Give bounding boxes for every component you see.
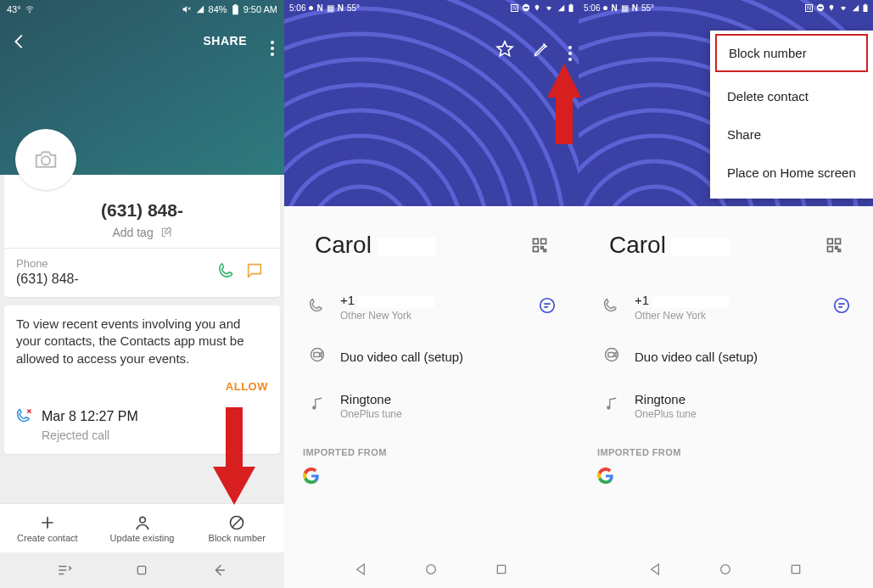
chat-icon — [245, 261, 264, 280]
qr-icon[interactable] — [531, 237, 548, 254]
location-icon — [534, 3, 540, 12]
nav-home-icon[interactable] — [135, 563, 148, 577]
nav-back-icon[interactable] — [212, 563, 227, 578]
signal-icon — [557, 4, 565, 12]
share-button[interactable]: SHARE — [203, 34, 247, 48]
svg-point-32 — [540, 299, 555, 313]
nav-recents-icon[interactable] — [57, 563, 72, 578]
allow-button[interactable]: ALLOW — [16, 379, 268, 395]
phone-sub: Other New York — [340, 310, 538, 322]
camera-icon — [33, 147, 59, 172]
menu-delete-contact[interactable]: Delete contact — [710, 77, 873, 115]
call-button[interactable] — [214, 261, 241, 283]
svg-rect-13 — [524, 7, 529, 8]
svg-point-6 — [139, 517, 145, 523]
google-icon — [303, 468, 320, 484]
nav-recents-icon[interactable] — [789, 563, 803, 576]
hero-pattern — [284, 0, 579, 206]
message-icon[interactable] — [832, 296, 851, 315]
events-permission-msg: To view recent events involving you and … — [16, 316, 268, 367]
phone-sub: Other New York — [635, 310, 832, 322]
phone-redacted — [652, 296, 729, 308]
battery-icon — [863, 3, 868, 13]
update-existing-button[interactable]: Update existing — [95, 504, 190, 552]
svg-marker-11 — [213, 467, 255, 505]
signal-icon — [196, 5, 204, 14]
imported-from-label: IMPORTED FROM — [579, 430, 873, 464]
nfc-icon: N — [805, 4, 813, 12]
nav-back-icon[interactable] — [649, 563, 663, 576]
nav-home-icon[interactable] — [424, 563, 438, 576]
svg-rect-57 — [828, 247, 833, 252]
svg-rect-27 — [534, 239, 539, 244]
rejected-call-icon — [16, 407, 33, 424]
imported-from-label: IMPORTED FROM — [284, 430, 579, 464]
svg-line-8 — [232, 518, 241, 527]
location-icon — [828, 3, 835, 12]
edit-box-icon[interactable] — [160, 227, 172, 238]
status-dot — [309, 6, 313, 10]
wifi-icon — [838, 4, 848, 12]
more-icon[interactable] — [271, 32, 274, 56]
phone-entry[interactable]: +1 Other New York — [579, 283, 873, 332]
status-grid-icon: ▦ — [621, 3, 629, 13]
phone-value: (631) 848- — [16, 272, 214, 287]
video-icon — [603, 346, 620, 363]
back-icon[interactable] — [10, 32, 29, 51]
recent-call-status: Rejected call — [42, 428, 138, 444]
duo-entry[interactable]: Duo video call (setup) — [579, 332, 873, 381]
svg-rect-30 — [541, 247, 544, 249]
more-icon[interactable] — [568, 37, 572, 61]
name-redacted — [377, 238, 436, 256]
menu-place-home[interactable]: Place on Home screen — [710, 154, 873, 192]
svg-rect-56 — [836, 239, 841, 244]
svg-point-35 — [313, 406, 316, 409]
create-contact-button[interactable]: Create contact — [0, 504, 95, 552]
block-icon — [228, 514, 245, 531]
menu-share[interactable]: Share — [710, 115, 873, 154]
svg-rect-28 — [541, 239, 546, 244]
status-temp: 55° — [347, 3, 360, 13]
add-tag-button[interactable]: Add tag — [112, 226, 153, 239]
avatar-camera[interactable] — [15, 129, 76, 190]
favorite-icon[interactable] — [495, 40, 514, 59]
wifi-icon — [544, 4, 554, 12]
note-icon — [310, 396, 325, 412]
menu-block-number[interactable]: Block number — [715, 34, 868, 72]
block-number-label: Block number — [209, 533, 266, 543]
svg-rect-4 — [234, 4, 237, 5]
ringtone-entry[interactable]: Ringtone OnePlus tune — [579, 381, 873, 430]
svg-rect-3 — [232, 5, 238, 14]
battery-icon — [232, 4, 239, 15]
ringtone-value: OnePlus tune — [340, 408, 557, 420]
svg-rect-14 — [569, 4, 574, 12]
ringtone-label: Ringtone — [635, 392, 851, 406]
duo-entry[interactable]: Duo video call (setup) — [284, 332, 579, 381]
status-n2: N — [338, 3, 344, 13]
ringtone-entry[interactable]: Ringtone OnePlus tune — [284, 381, 579, 430]
svg-point-64 — [721, 564, 730, 574]
nav-recents-icon[interactable] — [495, 563, 508, 576]
recent-call-date: Mar 8 12:27 PM — [42, 407, 138, 426]
status-n1: N — [316, 3, 322, 13]
phone-icon — [218, 261, 237, 280]
dnd-icon — [816, 3, 825, 12]
qr-icon[interactable] — [825, 237, 842, 254]
svg-rect-29 — [534, 247, 539, 252]
phone-prefix: +1 — [635, 293, 649, 307]
nav-back-icon[interactable] — [355, 563, 368, 576]
status-time: 9:50 AM — [243, 4, 277, 14]
nav-home-icon[interactable] — [719, 563, 732, 576]
block-number-button[interactable]: Block number — [189, 504, 284, 552]
message-icon[interactable] — [538, 296, 557, 315]
person-icon — [134, 514, 151, 531]
plus-icon — [39, 514, 56, 531]
duo-label: Duo video call (setup) — [340, 350, 557, 364]
contact-name: Carol — [609, 232, 666, 258]
edit-icon[interactable] — [533, 41, 550, 58]
note-icon — [604, 396, 619, 412]
phone-entry[interactable]: +1 Other New York — [284, 283, 579, 332]
mute-icon — [182, 4, 192, 14]
message-button[interactable] — [241, 261, 268, 283]
contact-name: Carol — [315, 232, 372, 258]
